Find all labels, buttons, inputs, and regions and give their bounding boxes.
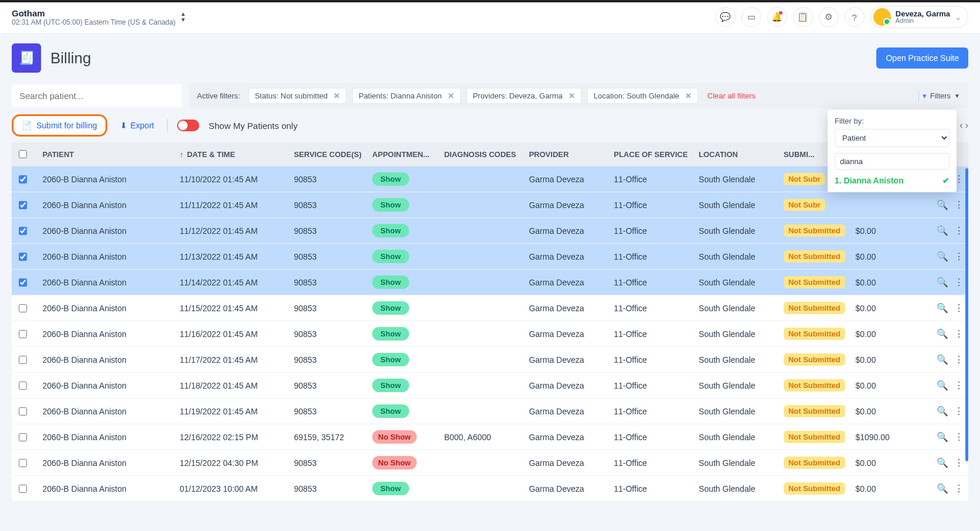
row-checkbox[interactable] bbox=[19, 175, 27, 183]
more-icon[interactable]: ⋮ bbox=[954, 251, 964, 262]
show-my-patients-toggle[interactable] bbox=[177, 120, 199, 131]
table-row[interactable]: 2060-B Dianna Aniston 01/12/2023 10:00 A… bbox=[12, 476, 968, 502]
filter-chip-patients[interactable]: Patients: Dianna Aniston✕ bbox=[352, 88, 461, 104]
col-appointment[interactable]: APPOINTMEN... bbox=[368, 142, 440, 166]
table-row[interactable]: 2060-B Dianna Aniston 11/10/2022 01:45 A… bbox=[12, 166, 968, 192]
filters-button[interactable]: ▾ Filters ▼ bbox=[915, 90, 960, 102]
zoom-icon[interactable]: 🔍 bbox=[937, 354, 948, 365]
cell-patient: 2060-B Dianna Aniston bbox=[38, 295, 175, 321]
col-location[interactable]: LOCATION bbox=[694, 142, 779, 166]
filter-result-item[interactable]: 1. Dianna Aniston ✔ bbox=[835, 176, 950, 185]
col-patient[interactable]: PATIENT bbox=[38, 142, 175, 166]
cell-diagnosis bbox=[440, 192, 525, 218]
table-row[interactable]: 2060-B Dianna Aniston 11/18/2022 01:45 A… bbox=[12, 373, 968, 399]
book-icon[interactable]: ▭ bbox=[741, 7, 761, 27]
col-diagnosis[interactable]: DIAGNOSIS CODES bbox=[440, 142, 525, 166]
zoom-icon[interactable]: 🔍 bbox=[937, 483, 948, 494]
row-checkbox[interactable] bbox=[19, 407, 27, 416]
zoom-icon[interactable]: 🔍 bbox=[937, 277, 948, 288]
row-checkbox[interactable] bbox=[19, 433, 27, 441]
table-row[interactable]: 2060-B Dianna Aniston 11/19/2022 01:45 A… bbox=[12, 399, 968, 424]
row-checkbox[interactable] bbox=[19, 330, 27, 338]
table-row[interactable]: 2060-B Dianna Aniston 12/16/2022 02:15 P… bbox=[12, 424, 968, 450]
filter-chip-status[interactable]: Status: Not submitted✕ bbox=[249, 88, 346, 104]
more-icon[interactable]: ⋮ bbox=[954, 302, 964, 314]
zoom-icon[interactable]: 🔍 bbox=[937, 302, 948, 314]
more-icon[interactable]: ⋮ bbox=[954, 406, 964, 417]
submit-for-billing-button[interactable]: 📄 Submit for billing bbox=[12, 114, 107, 137]
cell-service: 90853 bbox=[289, 192, 368, 218]
col-datetime[interactable]: ↑DATE & TIME bbox=[175, 142, 289, 166]
prev-page-button[interactable]: ‹ bbox=[959, 120, 962, 131]
more-icon[interactable]: ⋮ bbox=[954, 431, 964, 442]
table-row[interactable]: 2060-B Dianna Aniston 11/13/2022 01:45 A… bbox=[12, 244, 968, 270]
table-row[interactable]: 2060-B Dianna Aniston 11/12/2022 01:45 A… bbox=[12, 218, 968, 244]
more-icon[interactable]: ⋮ bbox=[954, 199, 964, 210]
zoom-icon[interactable]: 🔍 bbox=[937, 380, 948, 391]
clipboard-icon[interactable]: 📋 bbox=[793, 7, 813, 27]
row-checkbox[interactable] bbox=[19, 356, 27, 364]
table-row[interactable]: 2060-B Dianna Aniston 11/11/2022 01:45 A… bbox=[12, 192, 968, 218]
row-checkbox[interactable] bbox=[19, 201, 27, 209]
more-icon[interactable]: ⋮ bbox=[954, 380, 964, 391]
cell-appointment: Show bbox=[368, 166, 440, 192]
close-icon[interactable]: ✕ bbox=[569, 91, 575, 100]
next-page-button[interactable]: › bbox=[965, 120, 968, 131]
search-input[interactable] bbox=[12, 84, 182, 107]
chat-icon[interactable]: 💬 bbox=[716, 7, 736, 27]
help-icon[interactable]: ? bbox=[845, 7, 865, 27]
status-pill: Not Subr bbox=[784, 173, 825, 185]
more-icon[interactable]: ⋮ bbox=[954, 225, 964, 236]
close-icon[interactable]: ✕ bbox=[334, 91, 340, 100]
more-icon[interactable]: ⋮ bbox=[954, 457, 964, 468]
filter-field-select[interactable]: Patient bbox=[835, 129, 950, 147]
table-row[interactable]: 2060-B Dianna Aniston 11/15/2022 01:45 A… bbox=[12, 295, 968, 321]
zoom-icon[interactable]: 🔍 bbox=[937, 328, 948, 339]
bell-icon[interactable]: 🔔 bbox=[767, 7, 787, 27]
show-pill: Show bbox=[372, 482, 409, 495]
zoom-icon[interactable]: 🔍 bbox=[937, 225, 948, 236]
zoom-icon[interactable]: 🔍 bbox=[937, 251, 948, 262]
table-row[interactable]: 2060-B Dianna Aniston 11/14/2022 01:45 A… bbox=[12, 270, 968, 295]
zoom-icon[interactable]: 🔍 bbox=[937, 199, 948, 210]
col-checkbox[interactable] bbox=[12, 142, 38, 166]
filter-chip-providers[interactable]: Providers: Deveza, Garma✕ bbox=[467, 88, 581, 104]
table-row[interactable]: 2060-B Dianna Aniston 12/15/2022 04:30 P… bbox=[12, 450, 968, 476]
show-pill: Show bbox=[372, 327, 409, 341]
open-practice-suite-button[interactable]: Open Practice Suite bbox=[876, 47, 968, 69]
clear-all-filters-button[interactable]: Clear all filters bbox=[704, 91, 759, 101]
scrollbar[interactable] bbox=[965, 168, 968, 461]
export-button[interactable]: ⬇ Export bbox=[117, 120, 158, 131]
more-icon[interactable]: ⋮ bbox=[954, 483, 964, 494]
close-icon[interactable]: ✕ bbox=[685, 91, 692, 100]
zoom-icon[interactable]: 🔍 bbox=[937, 457, 948, 468]
col-service[interactable]: SERVICE CODE(S) bbox=[289, 142, 368, 166]
zoom-icon[interactable]: 🔍 bbox=[937, 406, 948, 417]
row-checkbox[interactable] bbox=[19, 485, 27, 493]
filter-query-input[interactable] bbox=[835, 153, 950, 170]
cell-location: South Glendale bbox=[694, 218, 779, 244]
more-icon[interactable]: ⋮ bbox=[954, 328, 964, 339]
cell-service: 90853 bbox=[289, 373, 368, 399]
gear-icon[interactable]: ⚙ bbox=[819, 7, 839, 27]
col-provider[interactable]: PROVIDER bbox=[524, 142, 609, 166]
close-icon[interactable]: ✕ bbox=[448, 91, 454, 100]
cell-datetime: 01/12/2023 10:00 AM bbox=[175, 476, 289, 502]
col-pos[interactable]: PLACE OF SERVICE bbox=[609, 142, 694, 166]
cell-provider: Garma Deveza bbox=[524, 321, 609, 347]
select-all-checkbox[interactable] bbox=[19, 150, 27, 158]
row-checkbox[interactable] bbox=[19, 382, 27, 390]
row-checkbox[interactable] bbox=[19, 278, 27, 287]
more-icon[interactable]: ⋮ bbox=[954, 354, 964, 365]
row-checkbox[interactable] bbox=[19, 459, 27, 467]
table-row[interactable]: 2060-B Dianna Aniston 11/17/2022 01:45 A… bbox=[12, 347, 968, 373]
row-checkbox[interactable] bbox=[19, 227, 27, 235]
more-icon[interactable]: ⋮ bbox=[954, 277, 964, 288]
row-checkbox[interactable] bbox=[19, 253, 27, 261]
zoom-icon[interactable]: 🔍 bbox=[937, 431, 948, 442]
table-row[interactable]: 2060-B Dianna Aniston 11/16/2022 01:45 A… bbox=[12, 321, 968, 347]
filter-chip-location[interactable]: Location: South Glendale✕ bbox=[587, 88, 698, 104]
user-menu[interactable]: Deveza, Garma Admin ⌄ bbox=[870, 6, 968, 28]
row-checkbox[interactable] bbox=[19, 304, 27, 312]
org-switcher[interactable]: Gotham 02:31 AM (UTC-05:00) Eastern Time… bbox=[12, 8, 186, 26]
